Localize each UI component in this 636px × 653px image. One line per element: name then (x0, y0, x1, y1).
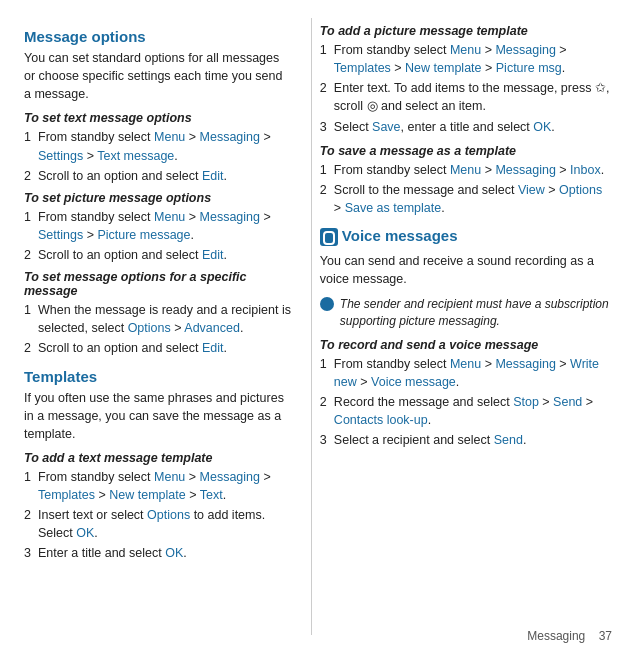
step-text-1: 1 From standby select Menu > Messaging >… (24, 128, 293, 164)
options-link2: Options (147, 508, 190, 522)
step-saveas-1: 1 From standby select Menu > Messaging >… (320, 161, 612, 179)
add-text-template-heading: To add a text message template (24, 451, 293, 465)
step-picture-1: 1 From standby select Menu > Messaging >… (24, 208, 293, 244)
message-options-title: Message options (24, 28, 293, 45)
picture-msg-link: Picture msg (496, 61, 562, 75)
set-picture-options-heading: To set picture message options (24, 191, 293, 205)
menu-link2: Menu (154, 210, 185, 224)
send-link2: Send (494, 433, 523, 447)
advanced-link: Advanced (184, 321, 240, 335)
set-specific-options-heading: To set message options for a specific me… (24, 270, 293, 298)
templates-intro: If you often use the same phrases and pi… (24, 389, 293, 443)
edit-link: Edit (202, 169, 224, 183)
left-column: Message options You can set standard opt… (24, 18, 311, 635)
picture-message-link: Picture message (97, 228, 190, 242)
templates-section: Templates If you often use the same phra… (24, 368, 293, 563)
settings-link: Settings (38, 149, 83, 163)
messaging-link5: Messaging (495, 163, 555, 177)
step-voice-2: 2 Record the message and select Stop > S… (320, 393, 612, 429)
options-link3: Options (559, 183, 602, 197)
stop-link: Stop (513, 395, 539, 409)
message-options-section: Message options You can set standard opt… (24, 28, 293, 358)
note-text: The sender and recipient must have a sub… (340, 296, 612, 330)
voice-messages-title: Voice messages (342, 227, 458, 244)
messaging-link4: Messaging (495, 43, 555, 57)
step-addtext-1: 1 From standby select Menu > Messaging >… (24, 468, 293, 504)
templates-link: Templates (38, 488, 95, 502)
save-link: Save (372, 120, 401, 134)
record-voice-heading: To record and send a voice message (320, 338, 612, 352)
messaging-link3: Messaging (200, 470, 260, 484)
right-column: To add a picture message template 1 From… (311, 18, 612, 635)
messaging-link: Messaging (200, 130, 260, 144)
menu-link6: Menu (450, 357, 481, 371)
voice-messages-intro: You can send and receive a sound recordi… (320, 252, 612, 288)
footer: Messaging 37 (527, 629, 612, 643)
add-picture-template-heading: To add a picture message template (320, 24, 612, 38)
step-addtext-2: 2 Insert text or select Options to add i… (24, 506, 293, 542)
step-addpic-1: 1 From standby select Menu > Messaging >… (320, 41, 612, 77)
step-voice-1: 1 From standby select Menu > Messaging >… (320, 355, 612, 391)
messaging-link2: Messaging (200, 210, 260, 224)
note-box: The sender and recipient must have a sub… (320, 296, 612, 330)
options-link: Options (128, 321, 171, 335)
menu-link5: Menu (450, 163, 481, 177)
new-template-link: New template (109, 488, 185, 502)
messaging-link6: Messaging (495, 357, 555, 371)
menu-link3: Menu (154, 470, 185, 484)
text-link: Text (200, 488, 223, 502)
voice-message-link: Voice message (371, 375, 456, 389)
voice-messages-section: Voice messages You can send and receive … (320, 227, 612, 449)
footer-page: 37 (599, 629, 612, 643)
step-specific-2: 2 Scroll to an option and select Edit. (24, 339, 293, 357)
step-specific-1: 1 When the message is ready and a recipi… (24, 301, 293, 337)
view-link: View (518, 183, 545, 197)
step-addpic-2: 2 Enter text. To add items to the messag… (320, 79, 612, 115)
ok-link3: OK (533, 120, 551, 134)
menu-link4: Menu (450, 43, 481, 57)
text-message-link: Text message (97, 149, 174, 163)
templates-title: Templates (24, 368, 293, 385)
note-bullet-icon (320, 297, 334, 311)
step-saveas-2: 2 Scroll to the message and select View … (320, 181, 612, 217)
footer-label: Messaging (527, 629, 585, 643)
step-voice-3: 3 Select a recipient and select Send. (320, 431, 612, 449)
menu-link: Menu (154, 130, 185, 144)
step-addtext-3: 3 Enter a title and select OK. (24, 544, 293, 562)
inbox-link: Inbox (570, 163, 601, 177)
edit-link2: Edit (202, 248, 224, 262)
step-addpic-3: 3 Select Save, enter a title and select … (320, 118, 612, 136)
set-text-options-heading: To set text message options (24, 111, 293, 125)
step-text-2: 2 Scroll to an option and select Edit. (24, 167, 293, 185)
new-template-link2: New template (405, 61, 481, 75)
edit-link3: Edit (202, 341, 224, 355)
contacts-lookup-link: Contacts look-up (334, 413, 428, 427)
ok-link2: OK (165, 546, 183, 560)
settings-link2: Settings (38, 228, 83, 242)
save-as-template-link: Save as template (345, 201, 442, 215)
send-link: Send (553, 395, 582, 409)
save-as-template-heading: To save a message as a template (320, 144, 612, 158)
templates-link2: Templates (334, 61, 391, 75)
voice-icon (320, 228, 338, 246)
message-options-intro: You can set standard options for all mes… (24, 49, 293, 103)
ok-link: OK (76, 526, 94, 540)
step-picture-2: 2 Scroll to an option and select Edit. (24, 246, 293, 264)
